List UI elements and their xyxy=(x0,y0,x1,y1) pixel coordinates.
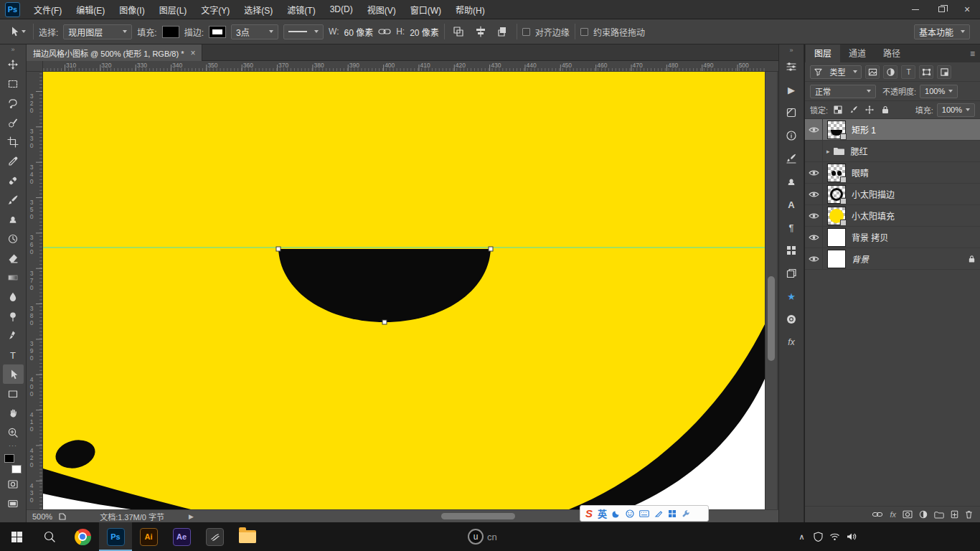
new-group-icon[interactable] xyxy=(934,511,944,519)
tool-dodge[interactable] xyxy=(3,306,24,326)
layer-name[interactable]: 矩形 1 xyxy=(852,123,876,136)
lock-transparent-pixels-icon[interactable] xyxy=(831,104,844,116)
visibility-toggle[interactable] xyxy=(805,119,823,140)
menu-item[interactable]: 窗口(W) xyxy=(403,0,448,19)
link-dimensions-icon[interactable] xyxy=(378,27,391,36)
tool-crop[interactable] xyxy=(3,132,24,151)
path-arrangement-button[interactable] xyxy=(494,24,512,39)
canvas[interactable] xyxy=(43,72,765,509)
paragraph-panel-icon[interactable]: ¶ xyxy=(781,216,802,239)
visibility-toggle[interactable] xyxy=(805,227,823,248)
clone-source-panel-icon[interactable] xyxy=(781,170,802,193)
filter-adjustment-layers-button[interactable] xyxy=(883,65,897,79)
layer-row-background[interactable]: 背景 xyxy=(805,248,980,270)
stroke-width-dropdown[interactable]: 3点 xyxy=(231,24,278,39)
layer-row-background-copy[interactable]: 背景 拷贝 xyxy=(805,227,980,248)
taskbar-chrome-icon[interactable] xyxy=(66,522,99,551)
path-alignment-button[interactable] xyxy=(472,24,489,39)
add-mask-icon[interactable] xyxy=(903,510,913,519)
horizontal-scrollbar-thumb[interactable] xyxy=(441,513,515,519)
tool-spot-healing-brush[interactable] xyxy=(3,171,24,190)
tool-quick-selection[interactable] xyxy=(3,113,24,132)
tool-preset-picker[interactable] xyxy=(6,26,28,37)
tool-brush[interactable] xyxy=(3,190,24,209)
width-field[interactable]: 60 像素 xyxy=(344,26,373,38)
ime-language-toggle[interactable]: 英 xyxy=(598,507,607,520)
filter-kind-dropdown[interactable]: 类型 xyxy=(810,65,862,79)
layer-thumbnail[interactable] xyxy=(827,207,846,225)
expand-panels-button[interactable]: » xyxy=(789,44,793,55)
select-mode-dropdown[interactable]: 现用图层 xyxy=(63,24,132,39)
menu-item[interactable]: 视图(V) xyxy=(360,0,403,19)
tool-history-brush[interactable] xyxy=(3,229,24,248)
lock-image-pixels-icon[interactable] xyxy=(847,104,859,116)
document-tab[interactable]: 描边风格小图标 @ 500% (矩形 1, RGB/8) * × xyxy=(27,44,202,61)
menu-item[interactable]: 编辑(E) xyxy=(69,0,112,19)
layer-name[interactable]: 背景 xyxy=(852,253,869,265)
ime-moon-icon[interactable] xyxy=(612,509,621,518)
layer-row-eyes[interactable]: 眼睛 xyxy=(805,162,980,184)
adjustments-panel-icon[interactable] xyxy=(781,55,802,78)
vertical-scrollbar[interactable] xyxy=(765,72,777,509)
menu-item[interactable]: 滤镜(T) xyxy=(280,0,322,19)
tool-eyedropper[interactable] xyxy=(3,151,24,171)
lock-all-icon[interactable] xyxy=(879,104,891,116)
color-swatches[interactable] xyxy=(3,453,23,474)
tab-close-icon[interactable]: × xyxy=(190,49,195,57)
taskbar-aftereffects-icon[interactable]: Ae xyxy=(165,522,198,551)
ruler-corner[interactable] xyxy=(27,61,43,72)
tool-rectangle[interactable] xyxy=(3,384,24,403)
tray-network-icon[interactable] xyxy=(826,522,843,551)
menu-item[interactable]: 文件(F) xyxy=(27,0,69,19)
swatches-panel-icon[interactable] xyxy=(781,239,802,262)
menu-item[interactable]: 文字(Y) xyxy=(194,0,237,19)
tool-gradient[interactable] xyxy=(3,268,24,287)
tray-volume-icon[interactable] xyxy=(843,522,859,551)
start-button[interactable] xyxy=(0,522,33,551)
favorites-star-icon[interactable]: ★ xyxy=(781,285,802,308)
filter-type-layers-button[interactable]: T xyxy=(901,65,915,79)
path-operations-button[interactable] xyxy=(450,24,467,39)
quick-mask-button[interactable] xyxy=(3,474,24,494)
close-button[interactable]: × xyxy=(954,0,980,19)
visibility-toggle[interactable] xyxy=(805,248,823,269)
taskbar-utility-app-icon[interactable] xyxy=(198,522,231,551)
layer-name[interactable]: 腮红 xyxy=(851,145,868,157)
foreground-color-swatch[interactable] xyxy=(4,454,14,463)
fill-field[interactable]: 100% xyxy=(937,103,975,117)
tab-layers[interactable]: 图层 xyxy=(806,43,840,62)
tool-horizontal-type[interactable]: T xyxy=(3,345,24,364)
status-flyout-icon[interactable] xyxy=(58,512,67,521)
lock-position-icon[interactable] xyxy=(863,104,875,116)
layer-name[interactable]: 小太阳填充 xyxy=(852,209,895,222)
tray-security-icon[interactable] xyxy=(810,522,826,551)
ruler-left[interactable]: 320330340350360370380390400410420430 xyxy=(27,72,43,509)
delete-layer-icon[interactable] xyxy=(965,510,973,519)
layer-style-icon[interactable]: fx xyxy=(890,510,896,519)
anchor-handle-right[interactable] xyxy=(489,247,493,251)
menu-item[interactable]: 图像(I) xyxy=(112,0,151,19)
character-panel-icon[interactable]: A xyxy=(781,193,802,216)
panel-menu-icon[interactable]: ≡ xyxy=(970,49,975,59)
tab-channels[interactable]: 通道 xyxy=(840,43,875,62)
info-panel-icon[interactable] xyxy=(781,124,802,147)
layer-thumbnail[interactable] xyxy=(827,185,846,204)
toolbox-collapse-button[interactable]: » xyxy=(11,44,14,55)
visibility-toggle[interactable] xyxy=(805,205,823,226)
layer-row-sun-stroke[interactable]: 小太阳描边 xyxy=(805,184,980,205)
stroke-color-swatch[interactable] xyxy=(209,26,226,38)
tool-clone-stamp[interactable] xyxy=(3,209,24,229)
tool-move[interactable] xyxy=(3,55,24,74)
styles-panel-icon[interactable] xyxy=(781,101,802,124)
filter-shape-layers-button[interactable] xyxy=(919,65,933,79)
tool-lasso[interactable] xyxy=(3,93,24,113)
ime-keyboard-icon[interactable] xyxy=(639,510,649,517)
fill-color-swatch[interactable] xyxy=(162,26,179,38)
tool-rectangular-marquee[interactable] xyxy=(3,74,24,93)
anchor-handle-left[interactable] xyxy=(276,247,281,251)
tool-eraser[interactable] xyxy=(3,248,24,268)
restore-button[interactable] xyxy=(928,0,954,19)
layer-thumbnail[interactable] xyxy=(827,250,846,268)
taskbar-photoshop-icon[interactable]: Ps xyxy=(99,522,132,551)
layer-row-sun-fill[interactable]: 小太阳填充 xyxy=(805,205,980,227)
